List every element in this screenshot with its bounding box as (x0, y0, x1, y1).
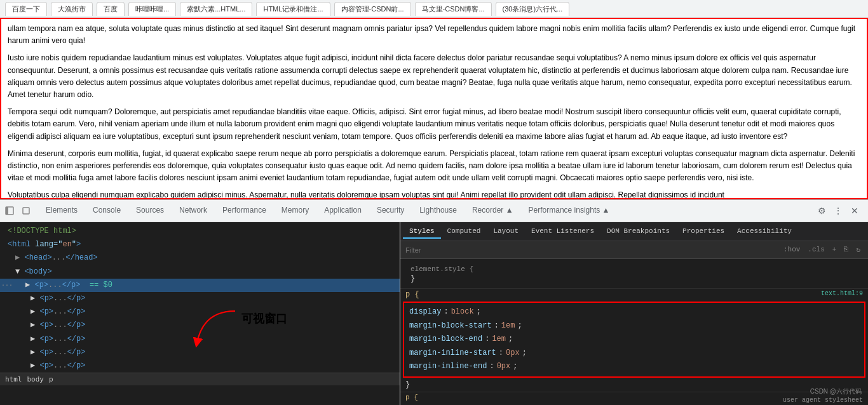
devtools-body: <!DOCTYPE html> <html lang="en"> ▶ <head… (0, 222, 868, 405)
main-area: ullam tempora nam ea atque, soluta volup… (0, 18, 868, 405)
tab-console[interactable]: Console (85, 202, 128, 220)
tab-elements[interactable]: Elements (38, 202, 85, 220)
devtools-dock-icon[interactable] (3, 204, 17, 218)
page-para-2: Iusto iure nobis quidem repudiandae laud… (8, 52, 860, 101)
tab-network[interactable]: Network (172, 202, 215, 220)
tab-item[interactable]: HTML记录和借注... (256, 2, 330, 16)
tab-item[interactable]: (30条消息)六行代... (496, 2, 570, 16)
styles-prop-display: display : block ; (409, 305, 859, 319)
styles-filter-input[interactable] (405, 246, 776, 254)
page-para-5: Voluptatibus culpa eligendi numquam expl… (8, 189, 860, 199)
styles-tab-layout[interactable]: Layout (487, 225, 525, 239)
settings-icon[interactable]: ⚙ (815, 204, 829, 218)
prop-name-display: display (409, 305, 441, 319)
breadcrumb-html[interactable]: html (5, 375, 22, 383)
styles-content: element.style { } p { text.html:9 displa… (400, 259, 868, 405)
close-devtools-icon[interactable]: ✕ (848, 204, 862, 218)
styles-prop-margin-block-end: margin-block-end : 1em ; (409, 333, 859, 347)
styles-subtabs: Styles Computed Layout Event Listeners D… (400, 222, 868, 241)
tab-item[interactable]: 内容管理-CSDN前... (334, 2, 411, 16)
breadcrumb-body[interactable]: body (27, 375, 44, 383)
styles-panel: Styles Computed Layout Event Listeners D… (400, 222, 868, 405)
more-options-icon[interactable]: ⋮ (831, 204, 845, 218)
browser-toolbar: 百度一下 大漁街市 百度 咔哩咔哩... 索默六素...HTML... HTML… (0, 0, 868, 18)
prop-val-mie: 0px (497, 360, 511, 374)
prop-val-mis: 0px (506, 347, 520, 361)
html-p2-line[interactable]: ▶ <p>...</p> (0, 292, 400, 305)
html-head-line[interactable]: ▶ <head>...</head> (0, 251, 400, 265)
html-p3-line[interactable]: ▶ <p>...</p> (0, 305, 400, 319)
p-rule-selector: p { (405, 290, 419, 299)
prop-val-display: block (451, 305, 474, 319)
styles-tab-accessibility[interactable]: Accessibility (731, 225, 798, 239)
p-rule-source[interactable]: text.html:9 (821, 290, 863, 297)
element-style-close: } (405, 274, 863, 286)
filter-copy-icon[interactable]: ⎘ (841, 245, 851, 255)
user-agent-label: user agent stylesheet (783, 397, 863, 404)
html-html-line[interactable]: <html lang="en"> (0, 238, 400, 251)
styles-tab-computed[interactable]: Computed (441, 225, 487, 239)
devtools-tabs-bar: Elements Console Sources Network Perform… (0, 200, 868, 222)
styles-tab-dom-breakpoints[interactable]: DOM Breakpoints (600, 225, 676, 239)
element-style-block: element.style { } (400, 262, 868, 289)
svg-rect-1 (6, 207, 8, 215)
prop-name-mie: margin-inline-end (409, 360, 487, 374)
prop-val-mbs: 1em (501, 319, 515, 333)
tab-performance[interactable]: Performance (215, 202, 274, 220)
tab-sources[interactable]: Sources (128, 202, 172, 220)
prop-name-mbe: margin-block-end (409, 333, 482, 347)
devtools-icons: ⚙ ⋮ ✕ (815, 204, 865, 218)
prop-name-mis: margin-inline-start (409, 347, 496, 361)
styles-filter-bar: :hov .cls + ⎘ ↻ (400, 241, 868, 259)
html-doctype-line: <!DOCTYPE html> (0, 225, 400, 238)
page-content: ullam tempora nam ea atque, soluta volup… (0, 18, 868, 199)
tab-security[interactable]: Security (369, 202, 412, 220)
csdn-watermark: CSDN @六行代码 (810, 387, 862, 396)
element-style-selector: element.style { (405, 264, 863, 274)
tab-item[interactable]: 索默六素...HTML... (180, 2, 252, 16)
tab-item[interactable]: 咔哩咔哩... (128, 2, 176, 16)
html-body-line[interactable]: ▼ <body> (0, 265, 400, 279)
filter-refresh-icon[interactable]: ↻ (853, 245, 863, 255)
filter-hov-btn[interactable]: :hov (781, 245, 803, 255)
tab-item[interactable]: 百度 (97, 2, 125, 16)
tab-recorder[interactable]: Recorder ▲ (465, 202, 521, 220)
breadcrumb-p[interactable]: p (49, 375, 53, 383)
tab-item[interactable]: 大漁街市 (51, 2, 93, 16)
html-tree-panel[interactable]: <!DOCTYPE html> <html lang="en"> ▶ <head… (0, 222, 400, 405)
tab-item[interactable]: 马文里-CSDN博客... (415, 2, 492, 16)
page-para-3: Tempora sequi odit numquam? Doloremque, … (8, 106, 860, 143)
filter-plus-btn[interactable]: + (830, 245, 839, 255)
p-rule-properties-block: display : block ; margin-block-start : 1… (403, 302, 865, 378)
html-p6-line[interactable]: ▶ <p>...</p> (0, 346, 400, 359)
p-rule-close: } (400, 379, 868, 390)
prop-name-mbs: margin-block-start (409, 319, 492, 333)
styles-tab-styles[interactable]: Styles (403, 225, 441, 239)
html-p5-line[interactable]: ▶ <p>...</p> (0, 333, 400, 346)
html-p4-line[interactable]: ▶ <p>...</p> (0, 319, 400, 332)
tab-lighthouse[interactable]: Lighthouse (412, 202, 465, 220)
styles-filter-buttons: :hov .cls + ⎘ ↻ (781, 245, 863, 255)
styles-prop-margin-block-start: margin-block-start : 1em ; (409, 319, 859, 333)
filter-cls-btn[interactable]: .cls (805, 245, 827, 255)
styles-tab-properties[interactable]: Properties (676, 225, 731, 239)
tab-item[interactable]: 百度一下 (5, 2, 47, 16)
devtools-panel: 可视窗口 Elements Console Sources Network Pe… (0, 199, 868, 405)
tab-application[interactable]: Application (316, 202, 369, 220)
html-selected-p-line[interactable]: ... ▶ <p>...</p> == $0 (0, 279, 400, 292)
devtools-float-icon[interactable] (19, 204, 33, 218)
p-rule-wrapper: p { text.html:9 (400, 289, 868, 300)
p-rule-close-brace: } (405, 380, 410, 389)
styles-tab-event-listeners[interactable]: Event Listeners (525, 225, 600, 239)
html-p7-line[interactable]: ▶ <p>...</p> (0, 359, 400, 373)
tab-memory[interactable]: Memory (274, 202, 316, 220)
html-breadcrumb: html body p (0, 373, 400, 385)
svg-rect-2 (23, 208, 29, 214)
prop-val-mbe: 1em (492, 333, 506, 347)
tab-perf-insights[interactable]: Performance insights ▲ (521, 202, 618, 220)
page-para-1: ullam tempora nam ea atque, soluta volup… (8, 23, 860, 47)
styles-prop-margin-inline-end: margin-inline-end : 0px ; (409, 360, 859, 374)
page-para-4: Minima deserunt, corporis eum mollitia, … (8, 148, 860, 185)
styles-prop-margin-inline-start: margin-inline-start : 0px ; (409, 347, 859, 361)
